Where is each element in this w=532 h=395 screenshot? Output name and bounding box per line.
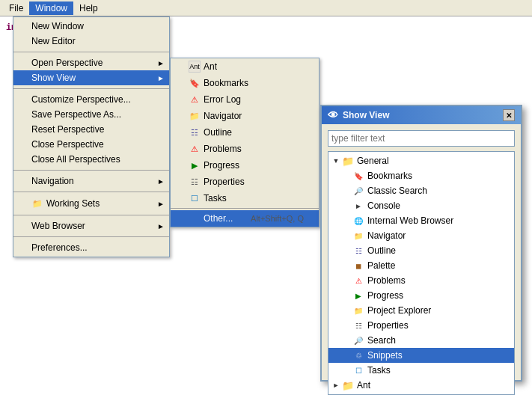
search-tree-icon: 🔎 (352, 334, 364, 346)
console-icon: ► (352, 200, 364, 212)
submenu-progress[interactable]: ▶ Progress (171, 157, 319, 174)
tasks-tree-icon: ☐ (352, 364, 364, 376)
tree-item-navigator[interactable]: 📁 Navigator (328, 228, 514, 243)
project-explorer-icon: 📁 (352, 304, 364, 316)
tree-group-general: ▼ 📁 General 🔖 Bookmarks 🔎 Classic Search… (328, 153, 514, 378)
web-browser-icon: 🌐 (352, 215, 364, 227)
submenu-properties[interactable]: ☷ Properties (171, 174, 319, 190)
bookmarks-icon: 🔖 (352, 170, 364, 182)
group-ant-label: Ant (357, 380, 370, 391)
palette-icon: ◼ (352, 260, 364, 272)
menu-preferences[interactable]: Preferences... (13, 240, 169, 255)
ant-icon: Ant (189, 61, 201, 73)
submenu-tasks[interactable]: ☐ Tasks (171, 190, 319, 206)
tree-item-internal-web-browser[interactable]: 🌐 Internal Web Browser (328, 213, 514, 228)
tree-item-problems[interactable]: ⚠ Problems (328, 273, 514, 288)
menu-help[interactable]: Help (73, 1, 104, 15)
tree-item-palette[interactable]: ◼ Palette (328, 258, 514, 273)
tree-group-ant: ► 📁 Ant (328, 378, 514, 393)
menu-window[interactable]: Window (29, 1, 73, 15)
folder-general-icon: 📁 (342, 155, 354, 167)
navigator-icon: 📁 (189, 110, 201, 122)
tree-item-snippets[interactable]: ♲ Snippets (328, 348, 514, 363)
submenu-problems[interactable]: ⚠ Problems (171, 141, 319, 157)
show-view-dialog: 👁 Show View ✕ ▼ 📁 General 🔖 Bookmarks 🔎 (320, 105, 522, 382)
problems-icon: ⚠ (189, 143, 201, 155)
expander-general: ▼ (331, 156, 340, 165)
menu-new-window[interactable]: New Window (13, 19, 169, 34)
menu-reset-perspective[interactable]: Reset Perspective (13, 122, 169, 137)
navigator-tree-icon: 📁 (352, 230, 364, 242)
submenu-outline[interactable]: ☷ Outline (171, 124, 319, 141)
menu-working-sets[interactable]: 📁 Working Sets ► (13, 195, 169, 212)
tree-item-properties[interactable]: ☷ Properties (328, 318, 514, 333)
tree-item-bookmarks[interactable]: 🔖 Bookmarks (328, 168, 514, 183)
expander-ant: ► (331, 381, 340, 390)
dialog-title-text: Show View (343, 110, 389, 120)
dialog-body: ▼ 📁 General 🔖 Bookmarks 🔎 Classic Search… (322, 124, 521, 395)
menu-new-editor[interactable]: New Editor (13, 34, 169, 49)
problems-tree-icon: ⚠ (352, 275, 364, 287)
progress-tree-icon: ▶ (352, 290, 364, 301)
tree-item-classic-search[interactable]: 🔎 Classic Search (328, 183, 514, 198)
properties-icon: ☷ (189, 176, 201, 188)
menu-show-view[interactable]: Show View ► (13, 70, 169, 85)
tree-group-header-general[interactable]: ▼ 📁 General (328, 153, 514, 168)
dialog-title-icon: 👁 (328, 109, 338, 121)
submenu-bookmarks[interactable]: 🔖 Bookmarks (171, 75, 319, 91)
menu-save-perspective[interactable]: Save Perspective As... (13, 107, 169, 122)
group-general-label: General (357, 156, 389, 166)
menu-web-browser[interactable]: Web Browser ► (13, 218, 169, 233)
outline-icon: ☷ (189, 126, 201, 138)
filter-input[interactable] (328, 130, 515, 147)
folder-ant-icon: 📁 (342, 379, 354, 391)
tree-item-outline[interactable]: ☷ Outline (328, 243, 514, 258)
show-view-submenu: Ant Ant 🔖 Bookmarks ⚠ Error Log 📁 Naviga… (170, 58, 319, 227)
progress-icon: ▶ (189, 159, 201, 171)
dialog-close-button[interactable]: ✕ (503, 109, 515, 121)
menu-close-perspective[interactable]: Close Perspective (13, 137, 169, 152)
menu-open-perspective[interactable]: Open Perspective ► (13, 55, 169, 70)
submenu-ant[interactable]: Ant Ant (171, 58, 319, 75)
properties-tree-icon: ☷ (352, 319, 364, 331)
tree-item-project-explorer[interactable]: 📁 Project Explorer (328, 303, 514, 318)
dialog-title-bar: 👁 Show View ✕ (322, 106, 521, 124)
submenu-navigator[interactable]: 📁 Navigator (171, 108, 319, 124)
menu-file[interactable]: File (3, 1, 29, 15)
tree-item-console[interactable]: ► Console (328, 198, 514, 213)
tree-item-tasks[interactable]: ☐ Tasks (328, 363, 514, 378)
outline-tree-icon: ☷ (352, 245, 364, 257)
menu-navigation[interactable]: Navigation ► (13, 174, 169, 189)
tree-item-progress[interactable]: ▶ Progress (328, 288, 514, 303)
menu-close-all-perspectives[interactable]: Close All Perspectives (13, 152, 169, 167)
tree-group-header-ant[interactable]: ► 📁 Ant (328, 378, 514, 393)
menu-bar: File Window Help (0, 0, 532, 16)
folder-icon: 📁 (31, 198, 43, 209)
submenu-other[interactable]: Other... Alt+Shift+Q, Q (171, 210, 319, 227)
classic-search-icon: 🔎 (352, 185, 364, 197)
view-tree[interactable]: ▼ 📁 General 🔖 Bookmarks 🔎 Classic Search… (328, 151, 515, 395)
other-icon (189, 212, 201, 224)
error-icon: ⚠ (189, 94, 201, 105)
submenu-error-log[interactable]: ⚠ Error Log (171, 91, 319, 108)
tasks-icon: ☐ (189, 192, 201, 204)
bookmark-icon: 🔖 (189, 77, 201, 89)
menu-customize-perspective[interactable]: Customize Perspective... (13, 92, 169, 107)
snippets-icon: ♲ (352, 349, 364, 361)
window-dropdown: New Window New Editor Open Perspective ►… (13, 16, 170, 257)
tree-item-search[interactable]: 🔎 Search (328, 333, 514, 348)
